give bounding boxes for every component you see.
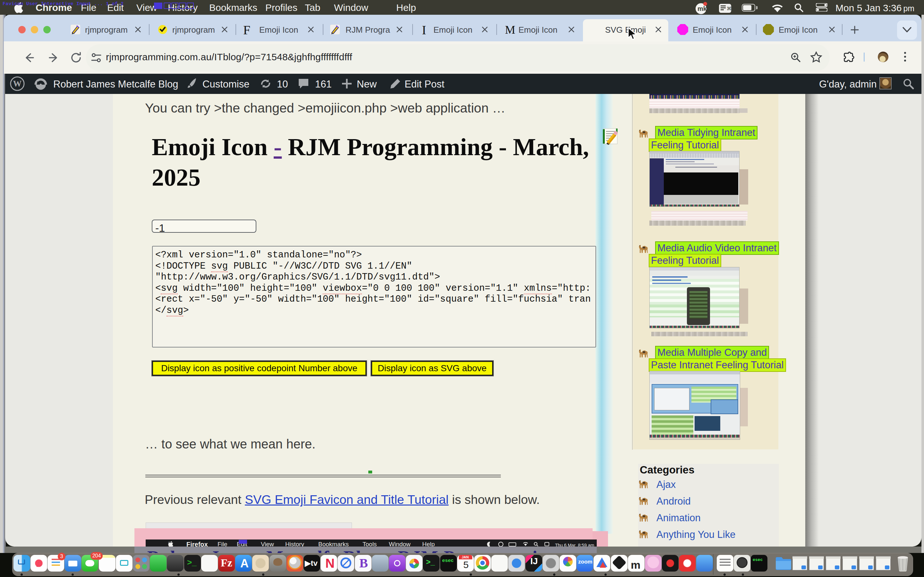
svg-text:W: W [13, 79, 22, 89]
